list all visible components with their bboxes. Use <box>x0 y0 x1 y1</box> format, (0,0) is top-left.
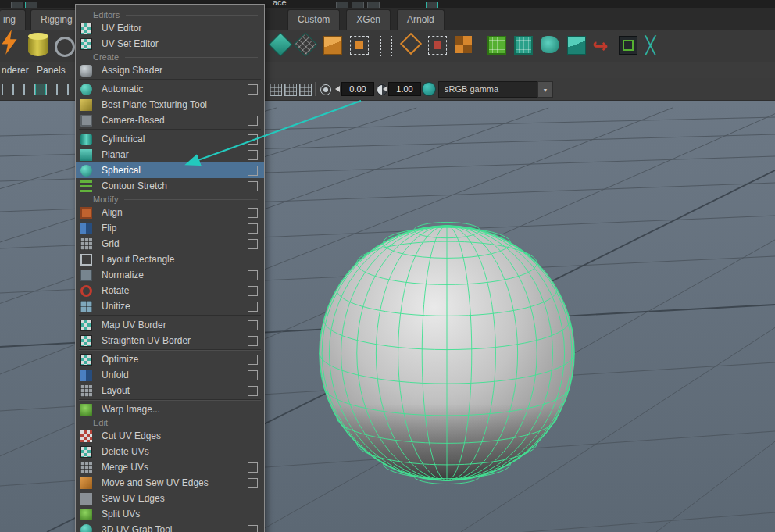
option-box[interactable] <box>248 302 258 312</box>
menu-item-assign-shader[interactable]: Assign Shader <box>76 62 264 78</box>
uv-grid-green-icon[interactable] <box>488 36 506 55</box>
exposure-field[interactable]: 0.00 <box>341 82 374 96</box>
menu-item-move-and-sew-uv-edges[interactable]: Move and Sew UV Edges <box>76 475 264 491</box>
option-box[interactable] <box>248 355 258 365</box>
option-box[interactable] <box>248 462 258 473</box>
menu-item-label: Align <box>102 207 248 218</box>
option-box[interactable] <box>248 150 258 160</box>
marquee-orange-icon <box>350 36 369 55</box>
uv-diamond-icon[interactable] <box>272 36 289 53</box>
shelf-tab-xgen[interactable]: XGen <box>346 9 391 30</box>
ring-icon[interactable] <box>55 37 75 57</box>
panels-menu[interactable]: Panels <box>37 65 66 76</box>
menu-item-label: UV Editor <box>102 23 258 34</box>
resolution-gate-icon[interactable] <box>299 84 312 96</box>
menu-item-align[interactable]: Align <box>76 205 264 220</box>
orange-quads-icon <box>455 36 472 53</box>
menu-item-layout-rectangle[interactable]: Layout Rectangle <box>76 252 264 267</box>
viewport-mini-icon[interactable] <box>57 84 68 95</box>
uv-diamond-grid-icon[interactable] <box>297 36 314 53</box>
grid-icon <box>80 238 92 250</box>
menu-item-3d-uv-grab-tool[interactable]: 3D UV Grab Tool <box>76 522 264 532</box>
grid-toggle-icon[interactable] <box>270 84 282 96</box>
option-box[interactable] <box>248 166 258 176</box>
option-box[interactable] <box>248 386 258 396</box>
menu-item-rotate[interactable]: Rotate <box>76 283 264 298</box>
option-box[interactable] <box>248 116 258 126</box>
film-gate-icon[interactable] <box>284 84 297 96</box>
option-box[interactable] <box>248 336 258 346</box>
delete-uvs-icon <box>80 446 92 458</box>
option-box[interactable] <box>248 370 258 380</box>
option-box[interactable] <box>248 239 258 249</box>
orange-quads-icon[interactable] <box>455 36 472 53</box>
option-box[interactable] <box>248 525 258 532</box>
cylinder-primitive-icon[interactable] <box>28 34 48 56</box>
option-box[interactable] <box>248 223 258 234</box>
menu-item-spherical[interactable]: Spherical <box>76 162 264 178</box>
framed-green-square-icon[interactable] <box>619 36 638 55</box>
orange-diamond-outline-icon[interactable] <box>403 36 419 52</box>
lightning-icon[interactable] <box>0 30 19 55</box>
menu-item-unfold[interactable]: Unfold <box>76 367 264 383</box>
shelf-tab-ing[interactable]: ing <box>0 9 26 30</box>
menu-item-contour-stretch[interactable]: Contour Stretch <box>76 178 264 194</box>
menu-item-warp-image[interactable]: Warp Image... <box>76 402 264 417</box>
menu-item-best-plane-texturing-tool[interactable]: Best Plane Texturing Tool <box>76 97 264 112</box>
menu-item-split-uvs[interactable]: Split UVs <box>76 506 264 522</box>
dashed-column-icon[interactable] <box>380 36 392 56</box>
gamma-field[interactable]: 1.00 <box>388 82 421 96</box>
teal-cube-icon[interactable] <box>567 36 586 55</box>
menu-item-cylindrical[interactable]: Cylindrical <box>76 131 264 147</box>
menu-item-automatic[interactable]: Automatic <box>76 81 264 97</box>
menu-item-merge-uvs[interactable]: Merge UVs <box>76 459 264 475</box>
color-management-icon[interactable] <box>422 82 436 96</box>
shelf-tab-arnold[interactable]: Arnold <box>397 9 445 30</box>
menu-item-layout[interactable]: Layout <box>76 383 264 398</box>
marquee-orange-icon[interactable] <box>350 36 369 55</box>
cut-uv-edges-icon <box>80 430 92 442</box>
menu-item-optimize[interactable]: Optimize <box>76 352 264 367</box>
menu-item-uv-set-editor[interactable]: UV Set Editor <box>76 36 264 52</box>
menu-item-normalize[interactable]: Normalize <box>76 267 264 283</box>
shelf-tabs-right: CustomXGenArnold <box>288 9 445 30</box>
exposure-icon[interactable] <box>320 84 331 95</box>
menu-item-uv-editor[interactable]: UV Editor <box>76 20 264 36</box>
viewport-mini-icon[interactable] <box>35 84 46 95</box>
teal-cube-icon <box>567 36 586 55</box>
option-box[interactable] <box>248 208 258 218</box>
uv-grid-teal-icon[interactable] <box>514 36 533 55</box>
shelf-tab-custom[interactable]: Custom <box>288 9 340 30</box>
option-box[interactable] <box>248 270 258 280</box>
menu-item-camera-based[interactable]: Camera-Based <box>76 112 264 128</box>
menu-item-delete-uvs[interactable]: Delete UVs <box>76 444 264 459</box>
menu-item-flip[interactable]: Flip <box>76 220 264 236</box>
red-curved-arrow-icon[interactable]: ↪ <box>592 36 608 56</box>
option-box[interactable] <box>248 286 258 296</box>
option-box[interactable] <box>248 134 258 145</box>
viewport-mini-icon[interactable] <box>13 84 24 95</box>
menu-item-cut-uv-edges[interactable]: Cut UV Edges <box>76 428 264 444</box>
menu-item-grid[interactable]: Grid <box>76 236 264 252</box>
option-box[interactable] <box>248 320 258 330</box>
viewport-mini-icon[interactable] <box>46 84 57 95</box>
exposure-reset-arrow-icon[interactable] <box>335 86 340 92</box>
menu-item-map-uv-border[interactable]: Map UV Border <box>76 317 264 333</box>
renderer-menu-partial[interactable]: nderer <box>2 65 29 76</box>
orange-cube-icon[interactable] <box>323 36 342 55</box>
uv-shell-teal-icon[interactable] <box>541 36 559 53</box>
menu-item-sew-uv-edges[interactable]: Sew UV Edges <box>76 491 264 506</box>
viewport-mini-icon[interactable] <box>2 84 13 95</box>
viewport-mini-icon[interactable] <box>24 84 35 95</box>
view-transform-dropdown[interactable]: sRGB gamma <box>438 81 538 98</box>
menu-item-unitize[interactable]: Unitize <box>76 298 264 314</box>
option-box[interactable] <box>248 181 258 191</box>
teal-cross-icon[interactable]: ╳ <box>645 36 655 56</box>
marquee-red-icon[interactable] <box>428 36 447 55</box>
menu-item-straighten-uv-border[interactable]: Straighten UV Border <box>76 333 264 348</box>
gamma-reset-arrow-icon[interactable] <box>383 86 388 92</box>
option-box[interactable] <box>248 84 258 95</box>
chevron-down-icon[interactable]: ▼ <box>538 81 553 98</box>
option-box[interactable] <box>248 478 258 488</box>
menu-item-planar[interactable]: Planar <box>76 147 264 162</box>
